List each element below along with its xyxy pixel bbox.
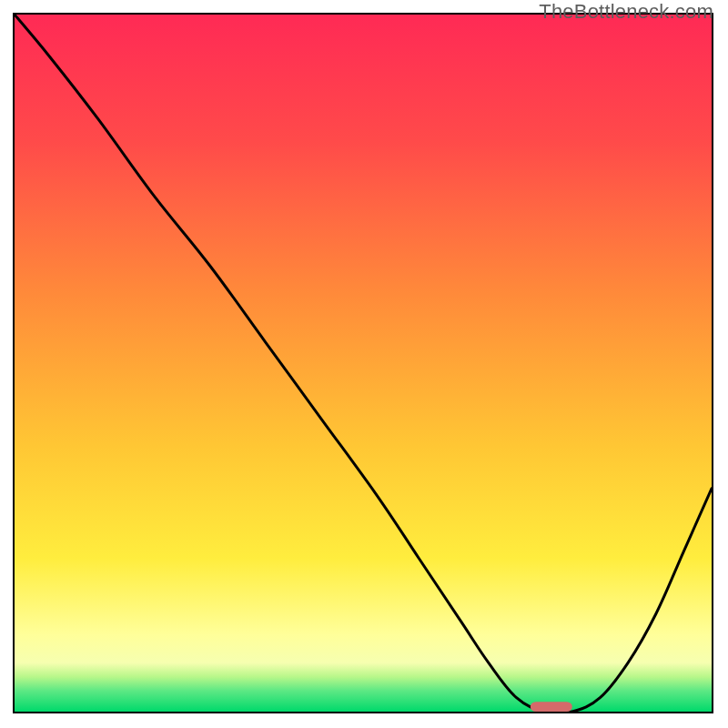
watermark-text: TheBottleneck.com: [539, 0, 713, 24]
gradient-background: [15, 15, 712, 712]
bottleneck-chart: [15, 15, 712, 712]
optimum-marker: [531, 702, 572, 712]
chart-frame: [13, 13, 713, 713]
